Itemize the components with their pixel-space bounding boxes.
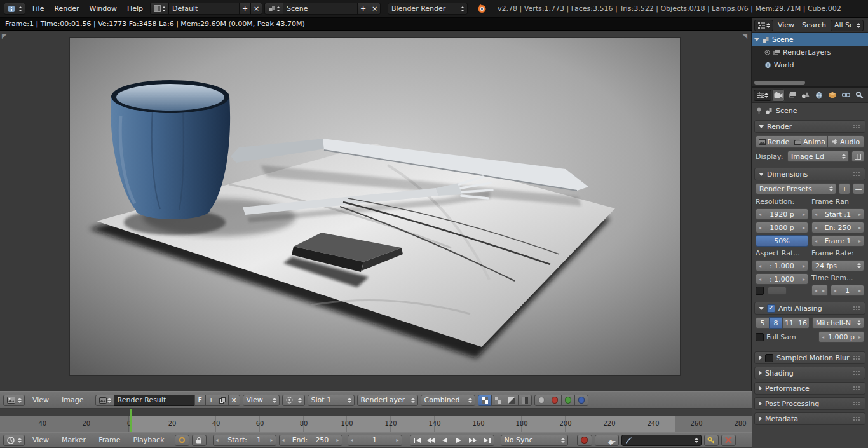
- display-popup-button[interactable]: [851, 151, 864, 162]
- delete-layout-button[interactable]: ×: [250, 3, 262, 15]
- insert-keyframe-button[interactable]: [704, 435, 719, 446]
- keying-lock-button[interactable]: [192, 435, 207, 446]
- tab-constraints[interactable]: [839, 89, 852, 102]
- menu-view[interactable]: View: [27, 396, 54, 404]
- frame-end-field[interactable]: End:250: [279, 435, 342, 446]
- frame-end-field[interactable]: En: 250: [811, 222, 864, 233]
- luma-toggle[interactable]: [534, 395, 548, 406]
- render-animation-button[interactable]: Anima: [792, 135, 829, 148]
- scene-name-field[interactable]: Scene: [283, 3, 358, 15]
- browse-scenes-button[interactable]: [264, 3, 283, 15]
- sampled-motion-blur-checkbox[interactable]: [765, 354, 773, 362]
- browse-images-button[interactable]: [95, 395, 114, 406]
- panel-header-anti-aliasing[interactable]: Anti-Aliasing: [754, 302, 865, 315]
- panel-header-dimensions[interactable]: Dimensions: [754, 168, 865, 180]
- blue-channel-toggle[interactable]: [574, 395, 588, 406]
- panel-header-metadata[interactable]: Metadata: [754, 412, 865, 425]
- pivot-select[interactable]: [282, 395, 305, 406]
- menu-playback[interactable]: Playback: [128, 436, 169, 444]
- filter-size-field[interactable]: 1.000 p: [818, 331, 864, 343]
- channel-alpha-toggle[interactable]: [505, 395, 519, 406]
- editor-type-button[interactable]: [754, 20, 773, 31]
- full-sample-checkbox[interactable]: [756, 333, 764, 341]
- menu-frame[interactable]: Frame: [93, 436, 125, 444]
- auto-keyframe-button[interactable]: [175, 435, 189, 446]
- display-filter-select[interactable]: All Sc: [831, 20, 864, 31]
- resolution-x-field[interactable]: 1920 p: [756, 208, 808, 220]
- channel-color-toggle[interactable]: [491, 395, 505, 406]
- resolution-y-field[interactable]: 1080 p: [756, 222, 808, 233]
- channel-z-toggle[interactable]: [518, 395, 532, 406]
- panel-drag-dots[interactable]: [853, 386, 861, 391]
- menu-render[interactable]: Render: [49, 4, 84, 13]
- add-scene-button[interactable]: +: [357, 3, 369, 15]
- tab-modifiers[interactable]: [853, 89, 866, 102]
- disclosure-triangle-icon[interactable]: [754, 38, 759, 41]
- editor-type-button[interactable]: [4, 3, 25, 15]
- slot-select[interactable]: Slot 1: [308, 395, 355, 406]
- menu-window[interactable]: Window: [85, 4, 122, 13]
- region-expand-arrow-icon[interactable]: ◤: [2, 32, 7, 39]
- panel-drag-dots[interactable]: [853, 124, 861, 130]
- border-checkbox[interactable]: [756, 287, 764, 295]
- panel-header-render[interactable]: Render: [754, 120, 865, 133]
- aspect-y-field[interactable]: : 1.000: [756, 273, 808, 285]
- aa-samples-8-button[interactable]: 8: [769, 317, 783, 329]
- menu-search[interactable]: Search: [799, 21, 829, 29]
- panel-header-shading[interactable]: Shading: [754, 367, 865, 379]
- menu-view[interactable]: View: [27, 436, 54, 444]
- tab-render[interactable]: [772, 89, 785, 102]
- menu-help[interactable]: Help: [122, 4, 148, 13]
- frame-start-field[interactable]: Start:1: [213, 435, 276, 446]
- previous-keyframe-button[interactable]: [424, 435, 438, 446]
- render-presets-select[interactable]: Render Presets: [756, 183, 836, 194]
- jump-to-end-button[interactable]: [480, 435, 494, 446]
- outliner-scrollbar[interactable]: [754, 81, 805, 85]
- tab-world[interactable]: [813, 89, 825, 102]
- panel-drag-dots[interactable]: [853, 306, 861, 311]
- render-layer-select[interactable]: RenderLayer: [357, 395, 418, 406]
- green-channel-toggle[interactable]: [561, 395, 575, 406]
- timeline-ruler[interactable]: -40 -20 0 20 40 60 80 100 120 140 160 18…: [0, 416, 752, 432]
- aspect-x-field[interactable]: : 1.000: [756, 260, 808, 271]
- aa-samples-16-button[interactable]: 16: [796, 317, 810, 329]
- aa-samples-5-button[interactable]: 5: [756, 317, 770, 329]
- image-name-field[interactable]: Render Result: [114, 395, 195, 406]
- play-reverse-button[interactable]: [438, 435, 452, 446]
- outliner-item-scene[interactable]: Scene: [752, 33, 868, 46]
- panel-header-sampled-motion-blur[interactable]: Sampled Motion Blur: [754, 351, 865, 364]
- panel-header-post-processing[interactable]: Post Processing: [754, 397, 865, 410]
- editor-type-button[interactable]: [3, 435, 25, 446]
- active-keying-set-field[interactable]: [621, 435, 702, 446]
- new-image-button[interactable]: +: [205, 395, 217, 406]
- sync-mode-select[interactable]: No Sync: [501, 435, 568, 446]
- layout-name-field[interactable]: Default: [168, 3, 240, 15]
- menu-image[interactable]: Image: [57, 396, 88, 404]
- panel-drag-dots[interactable]: [853, 401, 861, 407]
- remove-preset-button[interactable]: —: [853, 183, 864, 194]
- resolution-percentage-slider[interactable]: 50%: [756, 235, 808, 247]
- time-remap-new-field[interactable]: 1: [831, 285, 864, 296]
- timeline-canvas[interactable]: [0, 409, 752, 416]
- anti-aliasing-checkbox[interactable]: [767, 304, 775, 313]
- unlink-image-button[interactable]: ×: [228, 395, 240, 406]
- editor-type-button[interactable]: [754, 90, 771, 101]
- render-display-select[interactable]: Image Ed: [787, 151, 849, 162]
- tab-object[interactable]: [826, 89, 839, 102]
- tab-render-layers[interactable]: [785, 89, 798, 102]
- panel-header-performance[interactable]: Performance: [754, 382, 865, 395]
- region-expand-arrow-icon[interactable]: ◥: [742, 32, 747, 39]
- menu-view[interactable]: View: [775, 21, 797, 29]
- panel-drag-dots[interactable]: [853, 416, 861, 422]
- frame-start-field[interactable]: Start :1: [811, 208, 864, 220]
- add-preset-button[interactable]: +: [839, 183, 850, 194]
- outliner-item-world[interactable]: World: [752, 58, 868, 71]
- menu-file[interactable]: File: [27, 4, 49, 13]
- keying-set-apply-button[interactable]: [595, 435, 619, 446]
- render-engine-select[interactable]: Blender Render: [388, 3, 468, 15]
- frame-step-field[interactable]: Fram: 1: [811, 235, 864, 247]
- render-still-button[interactable]: Rende: [756, 135, 792, 148]
- panel-drag-dots[interactable]: [853, 370, 861, 376]
- red-channel-toggle[interactable]: [548, 395, 562, 406]
- next-keyframe-button[interactable]: [466, 435, 480, 446]
